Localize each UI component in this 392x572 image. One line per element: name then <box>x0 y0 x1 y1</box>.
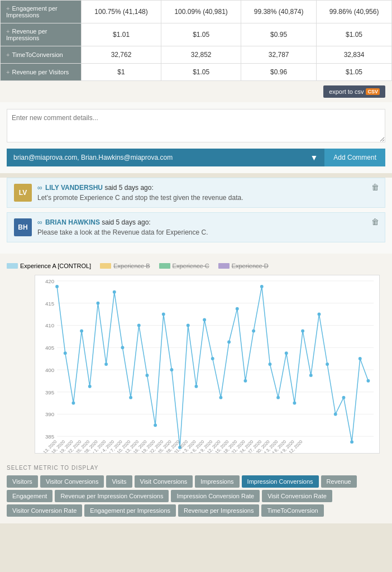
legend-color-swatch <box>7 263 18 269</box>
svg-point-44 <box>285 351 288 355</box>
table-cell: $1 <box>82 64 161 81</box>
table-cell: 32,834 <box>317 46 392 64</box>
comment-item: LV ∞ LILY VANDERSHU said 5 days ago: Let… <box>7 178 385 208</box>
svg-point-47 <box>309 374 313 377</box>
svg-point-46 <box>301 329 304 332</box>
table-cell: 100.09% (40,981) <box>161 1 241 23</box>
comments-list: LV ∞ LILY VANDERSHU said 5 days ago: Let… <box>0 178 392 254</box>
row-label: +Revenue per Impressions <box>1 23 82 46</box>
svg-point-35 <box>211 357 214 360</box>
svg-point-26 <box>137 323 141 327</box>
table-cell: 32,762 <box>82 46 161 64</box>
chart-section: Experience A [CONTROL] Experience B Expe… <box>0 254 392 458</box>
svg-point-24 <box>121 346 125 349</box>
comment-time: said 5 days ago: <box>104 184 153 192</box>
email-dropdown[interactable]: brian@miaprova.com, Brian.Hawkins@miapro… <box>7 149 324 166</box>
comment-textarea[interactable] <box>7 109 385 142</box>
row-label: +Engagement per Impressions <box>1 1 82 23</box>
metric-button[interactable]: Visitors <box>7 475 38 488</box>
metrics-table: +Engagement per Impressions 100.75% (41,… <box>0 0 392 81</box>
comment-time: said 5 days ago: <box>102 218 150 226</box>
svg-point-38 <box>236 307 239 311</box>
metric-button[interactable]: Visitor Conversion Rate <box>7 504 82 517</box>
delete-icon[interactable]: 🗑 <box>371 217 379 226</box>
delete-icon[interactable]: 🗑 <box>371 183 379 192</box>
metric-button[interactable]: Engagement per Impressions <box>84 504 176 517</box>
svg-point-49 <box>326 363 329 366</box>
comment-header: ∞ LILY VANDERSHU said 5 days ago: <box>37 184 378 192</box>
table-row: +Revenue per Impressions $1.01 $1.05 $0.… <box>1 23 392 46</box>
chart-wrapper: Impression Conversions 420 415 410 405 4… <box>35 275 380 454</box>
svg-text:410: 410 <box>45 322 55 328</box>
metric-selector-title: SELECT METRIC TO DISPLAY <box>7 465 385 471</box>
metric-button[interactable]: Revenue per Impression Conversions <box>55 490 169 502</box>
svg-point-33 <box>195 385 198 388</box>
comment-text: Let's promote Experience C and stop the … <box>37 194 378 202</box>
svg-point-54 <box>367 379 370 383</box>
svg-point-45 <box>293 402 297 405</box>
metric-button[interactable]: TimeToConversion <box>261 504 323 517</box>
infinity-icon: ∞ <box>37 218 42 226</box>
svg-point-19 <box>80 329 83 332</box>
metric-button[interactable]: Visit Conversions <box>135 475 193 488</box>
svg-point-50 <box>334 412 337 416</box>
metric-button[interactable]: Revenue per Impressions <box>178 504 259 517</box>
metric-button[interactable]: Impression Conversions <box>242 475 319 488</box>
metric-button[interactable]: Visitor Conversions <box>40 475 104 488</box>
svg-point-22 <box>104 363 108 366</box>
svg-text:415: 415 <box>45 301 55 307</box>
table-cell: 99.38% (40,874) <box>241 1 317 23</box>
metric-button[interactable]: Engagement <box>7 490 52 502</box>
metric-button[interactable]: Impression Conversion Rate <box>171 490 260 502</box>
table-cell: 100.75% (41,148) <box>82 1 161 23</box>
svg-point-53 <box>358 357 362 360</box>
metric-buttons: VisitorsVisitor ConversionsVisitsVisit C… <box>7 475 385 517</box>
metric-button[interactable]: Visit Conversion Rate <box>262 490 332 502</box>
svg-point-48 <box>318 313 321 316</box>
svg-point-21 <box>97 302 100 305</box>
svg-point-40 <box>252 329 255 332</box>
legend-item: Experience D <box>218 263 269 269</box>
comment-controls: brian@miaprova.com, Brian.Hawkins@miapro… <box>7 149 385 166</box>
svg-point-32 <box>187 323 190 327</box>
table-cell: $1.05 <box>161 23 241 46</box>
svg-point-34 <box>203 318 206 322</box>
metric-button[interactable]: Visits <box>106 475 132 488</box>
svg-text:400: 400 <box>45 367 55 373</box>
infinity-icon: ∞ <box>37 184 42 192</box>
metric-button[interactable]: Revenue <box>321 475 357 488</box>
table-cell: $1.05 <box>161 64 241 81</box>
svg-text:395: 395 <box>45 389 55 395</box>
svg-point-37 <box>227 340 231 344</box>
table-cell: $1.01 <box>82 23 161 46</box>
row-label: +Revenue per Visitors <box>1 64 82 81</box>
svg-point-25 <box>129 396 132 399</box>
metric-selector: SELECT METRIC TO DISPLAY VisitorsVisitor… <box>0 458 392 523</box>
legend-item: Experience B <box>100 263 150 269</box>
export-csv-button[interactable]: export to csv CSV <box>323 85 385 98</box>
export-label: export to csv <box>329 88 364 95</box>
table-cell: 99.86% (40,956) <box>317 1 392 23</box>
export-area: export to csv CSV <box>0 81 392 102</box>
svg-point-17 <box>64 351 67 355</box>
svg-point-51 <box>342 396 346 399</box>
table-cell: $0.95 <box>241 23 317 46</box>
svg-point-29 <box>162 313 165 316</box>
svg-point-27 <box>146 374 149 377</box>
comment-author: LILY VANDERSHU <box>45 184 103 192</box>
table-cell: $1.05 <box>317 64 392 81</box>
svg-point-36 <box>219 396 223 399</box>
legend-color-swatch <box>218 263 230 269</box>
svg-text:385: 385 <box>45 433 55 440</box>
csv-badge: CSV <box>366 88 380 95</box>
legend-label: Experience B <box>113 263 150 269</box>
add-comment-button[interactable]: Add Comment <box>324 149 385 166</box>
legend-item: Experience A [CONTROL] <box>7 263 91 269</box>
legend-label: Experience C <box>173 263 209 269</box>
email-selector-text: brian@miaprova.com, Brian.Hawkins@miapro… <box>13 154 173 161</box>
svg-point-28 <box>154 423 157 427</box>
svg-point-42 <box>269 363 272 366</box>
metric-button[interactable]: Impressions <box>195 475 239 488</box>
comment-content: ∞ BRIAN HAWKINS said 5 days ago: Please … <box>37 218 378 236</box>
table-row: +Revenue per Visitors $1 $1.05 $0.96 $1.… <box>1 64 392 81</box>
